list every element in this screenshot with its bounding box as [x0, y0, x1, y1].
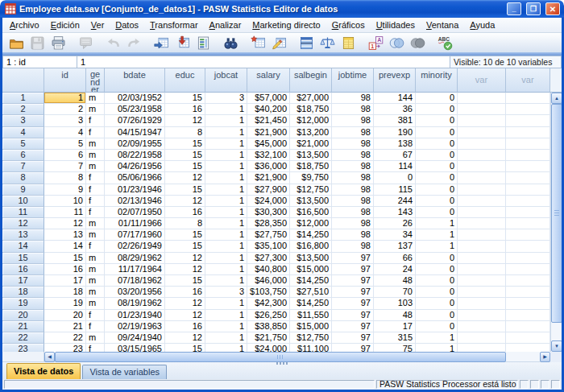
cell-r13-bdate[interactable]: 07/17/1960 [105, 229, 165, 241]
cell-r10-var[interactable] [458, 196, 506, 207]
cell-r23-minority[interactable]: 1 [416, 344, 458, 352]
menu-item-ayuda[interactable]: Ayuda [464, 19, 500, 32]
cell-r19-salbegin[interactable]: $14,250 [290, 298, 332, 309]
row-header-2[interactable]: 2 [2, 104, 44, 115]
column-header-gender[interactable]: gender [86, 68, 105, 93]
cell-r23-id[interactable]: 23 [44, 344, 86, 352]
cell-r5-salary[interactable]: $45,000 [247, 138, 290, 150]
row-header-9[interactable]: 9 [2, 184, 44, 196]
cell-r3-var[interactable] [458, 115, 506, 126]
scroll-right-icon[interactable]: ▶ [540, 352, 550, 362]
cell-r2-educ[interactable]: 16 [165, 104, 205, 115]
cell-r13-salbegin[interactable]: $14,250 [290, 229, 332, 241]
cell-r8-salary[interactable]: $21,900 [247, 172, 290, 184]
cell-r4-var[interactable] [458, 127, 506, 138]
goto-case-button[interactable] [151, 34, 172, 52]
row-header-21[interactable]: 21 [2, 321, 44, 332]
cell-r5-jobcat[interactable]: 1 [205, 138, 247, 150]
cell-r6-bdate[interactable]: 08/22/1958 [105, 150, 165, 161]
cell-r10-var[interactable] [506, 196, 550, 207]
column-header-id[interactable]: id [44, 68, 86, 93]
cell-r18-salbegin[interactable]: $27,510 [290, 287, 332, 298]
find-button[interactable] [220, 34, 241, 52]
cell-value-field[interactable]: 1 [77, 56, 450, 68]
cell-r1-var[interactable] [458, 93, 506, 104]
cell-r21-jobcat[interactable]: 1 [205, 321, 247, 332]
cell-r22-prevexp[interactable]: 315 [374, 332, 416, 344]
cell-r15-jobtime[interactable]: 97 [332, 253, 374, 264]
cell-r10-educ[interactable]: 12 [165, 196, 205, 207]
cell-r2-jobtime[interactable]: 98 [332, 104, 374, 115]
cell-r16-var[interactable] [458, 264, 506, 275]
cell-r23-prevexp[interactable]: 75 [374, 344, 416, 352]
cell-r11-var[interactable] [506, 207, 550, 218]
cell-r17-salbegin[interactable]: $14,250 [290, 275, 332, 287]
cell-r6-salbegin[interactable]: $13,500 [290, 150, 332, 161]
row-header-20[interactable]: 20 [2, 310, 44, 321]
print-button[interactable] [48, 34, 68, 52]
cell-r18-var[interactable] [506, 287, 550, 298]
cell-r8-bdate[interactable]: 05/06/1966 [105, 172, 165, 184]
cell-r9-gender[interactable]: f [86, 184, 105, 196]
cell-r15-prevexp[interactable]: 66 [374, 253, 416, 264]
cell-r17-id[interactable]: 17 [44, 275, 86, 287]
row-header-13[interactable]: 13 [2, 229, 44, 241]
cell-r2-gender[interactable]: m [86, 104, 105, 115]
cell-r13-gender[interactable]: m [86, 229, 105, 241]
cell-r12-prevexp[interactable]: 26 [374, 218, 416, 229]
cell-r12-id[interactable]: 12 [44, 218, 86, 229]
row-header-16[interactable]: 16 [2, 264, 44, 275]
cell-r5-prevexp[interactable]: 138 [374, 138, 416, 150]
row-header-6[interactable]: 6 [2, 150, 44, 161]
cell-r3-jobcat[interactable]: 1 [205, 115, 247, 126]
insert-variable-button[interactable] [268, 34, 289, 52]
row-header-8[interactable]: 8 [2, 172, 44, 184]
cell-r23-var[interactable] [458, 344, 506, 352]
cell-r9-jobtime[interactable]: 98 [332, 184, 374, 196]
cell-r22-gender[interactable]: m [86, 332, 105, 344]
cell-r1-var[interactable] [506, 93, 550, 104]
cell-r11-var[interactable] [458, 207, 506, 218]
cell-r11-jobtime[interactable]: 98 [332, 207, 374, 218]
maximize-button[interactable]: ❐ [526, 2, 541, 15]
cell-r17-prevexp[interactable]: 48 [374, 275, 416, 287]
cell-r6-jobcat[interactable]: 1 [205, 150, 247, 161]
cell-r22-var[interactable] [458, 332, 506, 344]
cell-r6-prevexp[interactable]: 67 [374, 150, 416, 161]
row-header-15[interactable]: 15 [2, 253, 44, 264]
cell-r6-var[interactable] [458, 150, 506, 161]
column-header-var[interactable]: var [506, 68, 550, 93]
cell-r9-minority[interactable]: 0 [416, 184, 458, 196]
cell-r2-minority[interactable]: 0 [416, 104, 458, 115]
cell-r10-jobtime[interactable]: 98 [332, 196, 374, 207]
cell-r22-minority[interactable]: 1 [416, 332, 458, 344]
cell-r8-var[interactable] [458, 172, 506, 184]
cell-r4-var[interactable] [506, 127, 550, 138]
cell-r17-minority[interactable]: 0 [416, 275, 458, 287]
cell-r21-prevexp[interactable]: 17 [374, 321, 416, 332]
cell-r14-salary[interactable]: $35,100 [247, 241, 290, 252]
cell-r14-var[interactable] [458, 241, 506, 252]
cell-r23-salbegin[interactable]: $11,100 [290, 344, 332, 352]
cell-r8-id[interactable]: 8 [44, 172, 86, 184]
cell-r12-gender[interactable]: m [86, 218, 105, 229]
cell-r12-minority[interactable]: 1 [416, 218, 458, 229]
cell-r13-minority[interactable]: 1 [416, 229, 458, 241]
cell-r17-gender[interactable]: m [86, 275, 105, 287]
row-header-22[interactable]: 22 [2, 332, 44, 344]
cell-r18-prevexp[interactable]: 70 [374, 287, 416, 298]
cell-r5-bdate[interactable]: 02/09/1955 [105, 138, 165, 150]
cell-r20-id[interactable]: 20 [44, 310, 86, 321]
cell-r15-var[interactable] [506, 253, 550, 264]
cell-r3-var[interactable] [506, 115, 550, 126]
cell-r12-salary[interactable]: $28,350 [247, 218, 290, 229]
cell-r11-gender[interactable]: f [86, 207, 105, 218]
cell-r1-jobcat[interactable]: 3 [205, 93, 247, 104]
menu-item-analizar[interactable]: Analizar [204, 19, 247, 32]
cell-r8-salbegin[interactable]: $9,750 [290, 172, 332, 184]
cell-r21-id[interactable]: 21 [44, 321, 86, 332]
cell-r15-minority[interactable]: 0 [416, 253, 458, 264]
row-header-11[interactable]: 11 [2, 207, 44, 218]
cell-r22-salary[interactable]: $21,750 [247, 332, 290, 344]
cell-r3-prevexp[interactable]: 381 [374, 115, 416, 126]
